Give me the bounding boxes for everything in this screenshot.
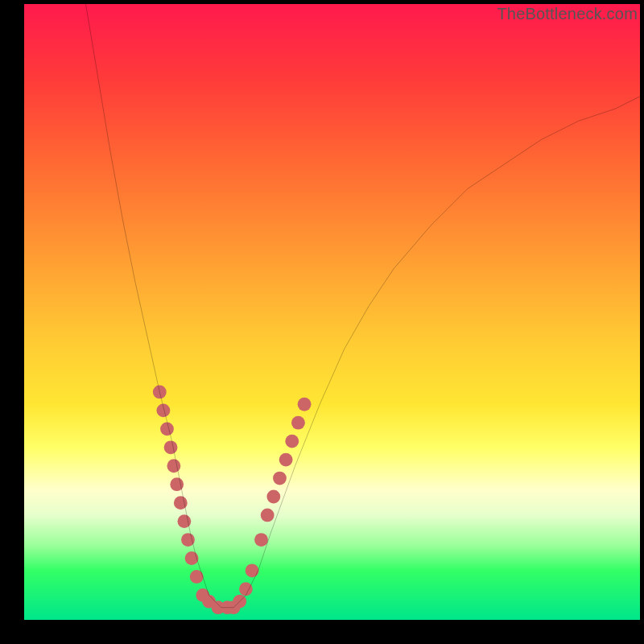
curve-svg	[24, 4, 640, 620]
marker-point	[273, 472, 287, 485]
marker-point	[246, 564, 259, 577]
watermark-text: TheBottleneck.com	[497, 5, 638, 23]
marker-point	[190, 570, 204, 584]
marker-point	[279, 453, 293, 467]
marker-group	[153, 386, 312, 615]
chart-container: TheBottleneck.com	[0, 0, 644, 644]
marker-point	[160, 422, 174, 436]
marker-point	[285, 435, 299, 448]
marker-point	[185, 551, 199, 565]
marker-point	[266, 490, 280, 504]
marker-point	[181, 533, 195, 547]
main-curve-path	[86, 4, 641, 608]
marker-point	[254, 533, 268, 547]
marker-point	[156, 403, 170, 417]
marker-point	[291, 416, 305, 430]
marker-point	[164, 440, 178, 454]
marker-point	[239, 582, 253, 596]
marker-point	[261, 509, 275, 522]
marker-point	[298, 398, 312, 411]
marker-point	[167, 459, 180, 473]
plot-area	[24, 4, 640, 620]
